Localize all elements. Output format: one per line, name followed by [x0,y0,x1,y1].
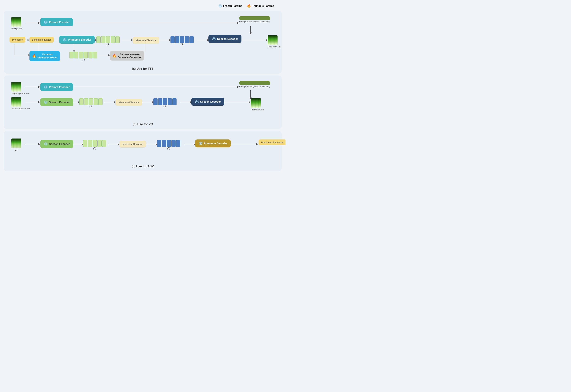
source-speaker-mel-label: Source Speaker Mel [11,107,30,110]
target-speaker-mel-visual [11,82,21,92]
asr-s-hat-box-3 [167,140,171,147]
frozen-legend-label: Frozen Params [223,4,242,7]
duration-prediction-label: 🔥 DurationPrediction Model [29,51,60,61]
vc-prompt-encoder-label: ❄️ Prompt Encoder [40,83,73,91]
min-dist-box: Minimum Distance [132,37,159,44]
asr-speech-encoder-label: ❄️ Speech Encoder [40,140,73,148]
vc-min-dist-label: Minimum Distance [115,99,142,106]
vc-pred-mel-label: Prediction Mel [251,109,264,111]
asr-s-box-4 [97,140,101,147]
asr-s-hat-box-1 [157,140,161,147]
prompt-mel-label: Prompt Mel [11,27,22,30]
length-regulator-label: Length Regulator [29,37,54,43]
s-hat-boxes [171,36,194,43]
prediction-phoneme-group: Prediction Phoneme [258,140,286,145]
asr-s-box-1 [83,140,87,147]
asr-speech-encoder-icon: ❄️ [44,142,48,146]
main-container: ❄️ Frozen Params 🔥 Trainable Params [0,0,286,175]
phoneme-box-group: Phoneme [10,37,26,43]
p-sequence-boxes [69,52,97,58]
vc-s-label: (S) [79,105,102,108]
asr-s-hat-boxes [157,140,180,147]
frozen-legend-item: ❄️ Frozen Params [218,4,242,8]
asr-mel-group: Mel [11,139,21,151]
phoneme-box: Phoneme [10,37,26,43]
seq-box-2 [101,36,105,43]
vc-pred-mel-group: Prediction Mel [251,98,264,111]
asr-s-label: (S) [83,147,106,150]
s-sequence-group: (S) [96,36,120,46]
asr-s-hat-group: (Ŝ) [157,140,180,150]
asr-s-seq-boxes [83,140,106,147]
asr-mel-label: Mel [11,149,21,151]
s-label: (S) [96,43,120,46]
vc-s-hat-box-4 [168,98,172,105]
prediction-mel-label: Prediction Mel [268,45,281,48]
vc-paralinguistic-label: Prompt Paralinguistic Embedding [239,85,270,88]
svg-marker-7 [28,39,29,41]
p-seq-box-2 [74,52,78,58]
asr-mel-visual [11,139,21,148]
legend: ❄️ Frozen Params 🔥 Trainable Params [4,4,282,8]
svg-marker-34 [237,86,239,88]
speech-decoder-frozen-icon: ❄️ [212,37,216,41]
prediction-mel-visual [268,35,278,45]
vc-s-box-5 [98,98,102,105]
svg-marker-60 [256,143,258,145]
p-seq-box-4 [84,52,88,58]
vc-s-hat-label: (Ŝ) [153,105,177,108]
vc-embed-box [239,81,270,85]
sasc-fire-icon: 🔥 [112,54,116,58]
asr-s-hat-box-4 [171,140,176,147]
vc-speech-decoder-box: ❄️ Speech Decoder [191,98,224,106]
phoneme-decoder-box: ❄️ Phoneme Decoder [195,140,231,147]
vc-s-hat-box-1 [153,98,157,105]
s-hat-box-5 [189,36,194,43]
panel-tts: Prompt Mel ❄️ Prompt Encoder Prompt Para… [4,11,282,74]
length-regulator-box: Length Regulator [29,37,54,43]
asr-min-dist-box: Minimum Distance [119,140,146,148]
prediction-mel-group: Prediction Mel [268,35,281,48]
p-seq-box-5 [88,52,92,58]
speech-decoder-box: ❄️ Speech Decoder [208,35,242,43]
trainable-legend-item: 🔥 Trainable Params [247,4,274,8]
svg-marker-1 [38,22,40,24]
min-dist-label: Minimum Distance [132,37,159,44]
svg-marker-3 [237,22,239,24]
s-hat-group: (Ŝ) [171,36,194,46]
vc-speech-encoder-icon: ❄️ [44,100,48,104]
svg-marker-48 [249,101,251,103]
vc-speech-decoder-icon: ❄️ [195,100,199,104]
s-sequence-boxes [96,36,120,43]
asr-s-box-2 [88,140,92,147]
seq-box-4 [111,36,115,43]
vc-speech-decoder-label: ❄️ Speech Decoder [191,98,224,106]
svg-marker-19 [266,39,268,41]
prompt-mel-group: Prompt Mel [11,17,22,30]
prompt-paralinguistic-label: Prompt Paralinguistic Embedding [239,20,270,23]
prompt-embedding-box [239,16,270,20]
s-hat-box-4 [185,36,189,43]
seq-box-3 [106,36,110,43]
asr-s-hat-box-2 [162,140,166,147]
phoneme-encoder-frozen-icon: ❄️ [63,38,67,42]
vc-panel-title: (b) Use for VC [10,123,276,126]
vc-pred-mel-visual [251,98,261,108]
vc-s-hat-box-3 [163,98,167,105]
asr-s-box-5 [102,140,106,147]
prompt-mel-visual [11,17,21,27]
vc-prompt-encoder-box: ❄️ Prompt Encoder [40,83,73,91]
vc-s-box-1 [79,98,84,105]
asr-min-dist-label: Minimum Distance [119,140,146,148]
frozen-legend-icon: ❄️ [218,4,222,8]
trainable-legend-label: Trainable Params [252,4,274,7]
asr-speech-encoder-box: ❄️ Speech Encoder [40,140,73,148]
vc-s-hat-box-2 [158,98,162,105]
svg-marker-32 [38,86,40,88]
p-seq-box-3 [79,52,83,58]
vc-s-seq-group: (S) [79,98,102,108]
tts-panel-title: (a) Use for TTS [10,67,276,70]
prompt-encoder-frozen-icon: ❄️ [44,20,48,24]
prompt-embedding-group: Prompt Paralinguistic Embedding [239,16,270,23]
phoneme-decoder-label: ❄️ Phoneme Decoder [195,140,231,147]
